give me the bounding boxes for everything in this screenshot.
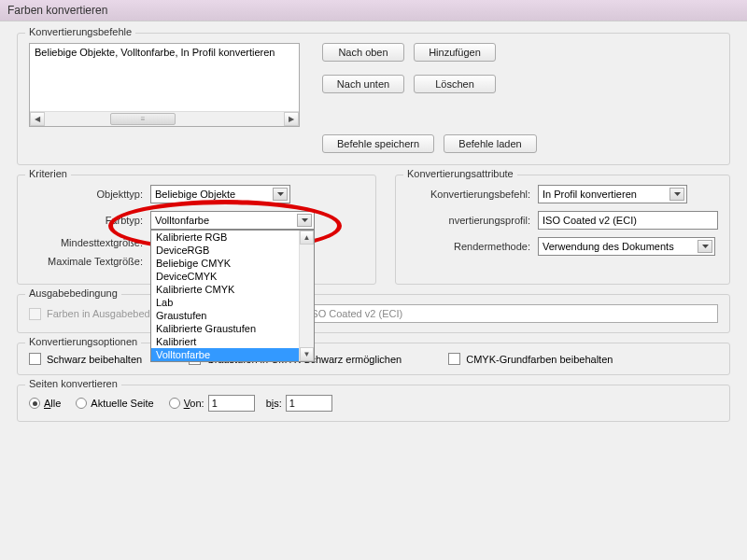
pages-group: Seiten konvertieren Alle Aktuelle Seite … xyxy=(17,385,730,422)
befehl-label: Konvertierungsbefehl: xyxy=(407,189,538,200)
pages-group-label: Seiten konvertieren xyxy=(25,378,121,389)
objekttyp-combo[interactable]: Beliebige Objekte xyxy=(150,185,290,203)
all-radio[interactable] xyxy=(29,398,40,409)
befehl-combo[interactable]: In Profil konvertieren xyxy=(538,185,687,203)
profil-label: nvertierungsprofil: xyxy=(407,215,538,226)
chevron-down-icon xyxy=(273,188,288,201)
attributes-group-label: Konvertierungsattribute xyxy=(403,168,517,179)
option-beliebige-cmyk[interactable]: Beliebige CMYK xyxy=(151,257,314,270)
farbtyp-value: Volltonfarbe xyxy=(155,215,209,226)
from-label: Von: xyxy=(184,398,204,409)
dropdown-scrollbar[interactable]: ▲ ▼ xyxy=(299,231,314,361)
criteria-group: Kriterien Objekttyp: Beliebige Objekte F… xyxy=(17,175,376,285)
scroll-thumb[interactable]: ≡ xyxy=(110,113,176,125)
scroll-down-icon[interactable]: ▼ xyxy=(300,347,314,361)
dialog-content: Konvertierungsbefehle Beliebige Objekte,… xyxy=(0,21,747,442)
option-devicergb[interactable]: DeviceRGB xyxy=(151,244,314,257)
scroll-left-icon[interactable]: ◀ xyxy=(30,112,45,126)
farbtyp-dropdown[interactable]: Kalibrierte RGB DeviceRGB Beliebige CMYK… xyxy=(150,230,315,362)
option-kalibrierte-rgb[interactable]: Kalibrierte RGB xyxy=(151,231,314,244)
up-button[interactable]: Nach oben xyxy=(322,43,404,62)
conv-options-label: Konvertierungsoptionen xyxy=(25,336,141,347)
commands-group-label: Konvertierungsbefehle xyxy=(25,26,135,37)
option-kalibriert[interactable]: Kalibriert xyxy=(151,335,314,348)
commands-listbox[interactable]: Beliebige Objekte, Volltonfarbe, In Prof… xyxy=(29,43,300,127)
option-graustufen[interactable]: Graustufen xyxy=(151,309,314,322)
black-checkbox[interactable] xyxy=(29,353,41,365)
cmyk-label: CMYK-Grundfarben beibehalten xyxy=(466,354,613,365)
befehl-value: In Profil konvertieren xyxy=(543,189,637,200)
current-label: Aktuelle Seite xyxy=(91,398,153,409)
render-label: Rendermethode: xyxy=(407,241,538,252)
option-lab[interactable]: Lab xyxy=(151,296,314,309)
from-input[interactable]: 1 xyxy=(208,395,255,412)
render-combo[interactable]: Verwendung des Dokuments xyxy=(538,237,715,256)
output-profile-value: ISO Coated v2 (ECI) xyxy=(308,308,402,319)
save-commands-button[interactable]: Befehle speichern xyxy=(322,134,434,153)
farbtyp-combo[interactable]: Volltonfarbe xyxy=(150,211,315,230)
cmyk-checkbox[interactable] xyxy=(448,353,460,365)
output-group: Ausgabebedingung Farben in Ausgabebedin … xyxy=(17,294,730,333)
chevron-down-icon xyxy=(698,240,712,253)
maxtext-label: Maximale Textgröße: xyxy=(29,256,150,267)
conv-options-group: Konvertierungsoptionen Schwarz beibehalt… xyxy=(17,343,730,375)
window-title: Farben konvertieren xyxy=(0,0,747,21)
scroll-up-icon[interactable]: ▲ xyxy=(300,231,314,245)
render-value: Verwendung des Dokuments xyxy=(543,241,674,252)
output-group-label: Ausgabebedingung xyxy=(25,287,121,299)
list-item[interactable]: Beliebige Objekte, Volltonfarbe, In Prof… xyxy=(32,46,297,59)
black-label: Schwarz beibehalten xyxy=(47,354,142,365)
scroll-right-icon[interactable]: ▶ xyxy=(284,112,299,126)
embed-checkbox xyxy=(29,308,41,320)
attributes-group: Konvertierungsattribute Konvertierungsbe… xyxy=(395,175,730,285)
down-button[interactable]: Nach unten xyxy=(322,75,404,93)
objekttyp-label: Objekttyp: xyxy=(29,189,150,200)
objekttyp-value: Beliebige Objekte xyxy=(155,189,235,200)
add-button[interactable]: Hinzufügen xyxy=(414,43,496,62)
from-value: 1 xyxy=(212,398,218,409)
output-profile-field: ISO Coated v2 (ECI) xyxy=(303,304,718,323)
to-input[interactable]: 1 xyxy=(286,395,332,412)
mintext-label: Mindesttextgröße: xyxy=(29,237,150,248)
current-radio[interactable] xyxy=(76,398,87,409)
farbtyp-label: Farbtyp: xyxy=(29,215,150,226)
profil-value: ISO Coated v2 (ECI) xyxy=(543,215,637,226)
option-kalibrierte-graustufen[interactable]: Kalibrierte Graustufen xyxy=(151,322,314,335)
profil-field[interactable]: ISO Coated v2 (ECI) xyxy=(538,211,718,230)
option-volltonfarbe[interactable]: Volltonfarbe xyxy=(151,348,314,361)
chevron-down-icon xyxy=(669,188,684,201)
all-label: Alle xyxy=(44,398,61,409)
h-scrollbar[interactable]: ◀ ≡ ▶ xyxy=(30,111,299,126)
commands-group: Konvertierungsbefehle Beliebige Objekte,… xyxy=(17,33,730,165)
embed-label: Farben in Ausgabebedin xyxy=(47,308,158,319)
to-label: bis: xyxy=(266,398,282,409)
delete-button[interactable]: Löschen xyxy=(414,75,496,93)
to-value: 1 xyxy=(289,398,295,409)
option-kalibrierte-cmyk[interactable]: Kalibrierte CMYK xyxy=(151,283,314,296)
criteria-group-label: Kriterien xyxy=(25,168,71,179)
from-radio[interactable] xyxy=(169,398,180,409)
load-commands-button[interactable]: Befehle laden xyxy=(444,134,537,153)
chevron-down-icon xyxy=(297,214,312,227)
option-devicecmyk[interactable]: DeviceCMYK xyxy=(151,270,314,283)
